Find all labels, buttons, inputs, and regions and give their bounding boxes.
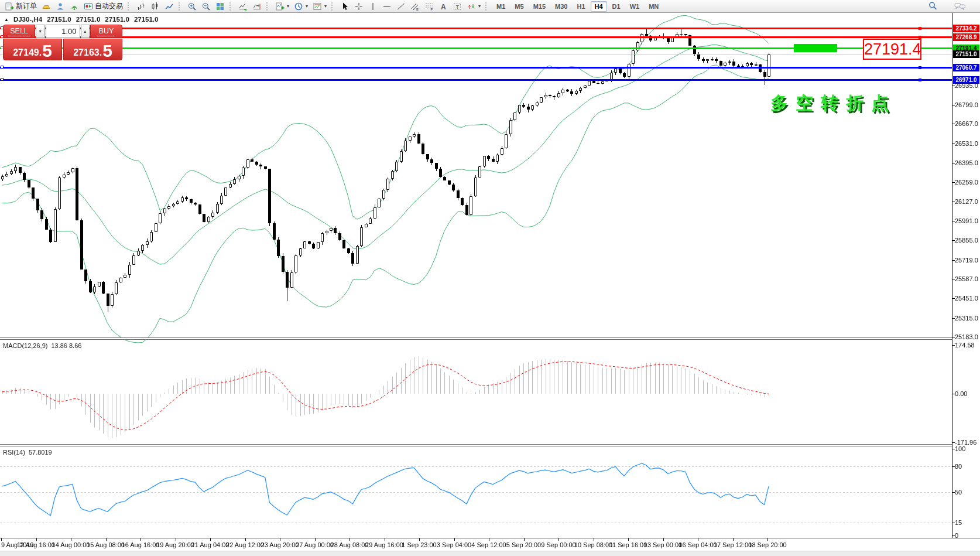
time-axis-label: 28 Aug 08:00 <box>331 541 369 548</box>
cursor-tool-button[interactable] <box>338 1 352 12</box>
new-order-icon <box>5 2 14 11</box>
line-chart-button[interactable] <box>162 1 176 12</box>
resistance-line-1[interactable] <box>0 28 952 29</box>
chart-canvas[interactable] <box>0 0 980 556</box>
turning-point-annotation[interactable]: 多空转折点 <box>770 91 896 115</box>
ohlc-high: 27151.0 <box>76 16 101 23</box>
support-line-2[interactable] <box>0 79 952 81</box>
time-axis-label: 3 Sep 04:00 <box>437 541 471 548</box>
panel-separator[interactable] <box>0 444 952 446</box>
gold-button[interactable] <box>39 1 53 12</box>
fibonacci-icon: F <box>424 2 434 11</box>
timeframe-M1[interactable]: M1 <box>492 1 509 12</box>
timeframe-M5[interactable]: M5 <box>510 1 527 12</box>
zoom-in-button[interactable] <box>185 1 199 12</box>
equidistant-channel-icon: E <box>410 2 420 11</box>
svg-text:A: A <box>441 2 446 11</box>
panel-toggle-icon[interactable]: ▲ <box>4 17 9 22</box>
templates-icon <box>313 2 322 11</box>
timeframe-M30[interactable]: M30 <box>551 1 571 12</box>
templates-button[interactable]: ▾ <box>310 1 329 12</box>
chat-button[interactable] <box>952 1 968 12</box>
time-axis-label: 10 Sep 08:00 <box>574 541 612 548</box>
volume-input[interactable] <box>46 25 80 38</box>
timeframe-D1[interactable]: D1 <box>608 1 625 12</box>
volume-increase-button[interactable]: ▲ <box>81 25 90 38</box>
support-line-1-tag: 27060.7 <box>953 64 979 71</box>
vertical-line-tool-button[interactable] <box>366 1 380 12</box>
toolbar-grip <box>229 2 234 11</box>
toolbar-grip <box>128 2 132 11</box>
fibonacci-tool-button[interactable]: F <box>422 1 436 12</box>
autotrading-button[interactable]: 自动交易 <box>81 1 125 12</box>
arrows-tool-button[interactable]: ▾ <box>464 1 483 12</box>
svg-text:T: T <box>456 4 460 9</box>
trade-panel-top-row: SELL ▼ ▲ BUY <box>3 25 122 38</box>
trendline-tool-button[interactable] <box>394 1 408 12</box>
price-annotation-box[interactable]: 27191.4 <box>863 39 921 60</box>
new-order-label: 新订单 <box>16 1 37 11</box>
dropdown-caret-icon: ▾ <box>478 4 481 9</box>
tile-windows-button[interactable] <box>213 1 227 12</box>
rsi-axis-tick: 100 <box>955 445 965 452</box>
panel-separator[interactable] <box>0 337 952 340</box>
text-label-tool-button[interactable]: T <box>450 1 464 12</box>
time-axis-label: 13 Sep 00:00 <box>644 541 682 548</box>
text-tool-button[interactable]: A <box>436 1 450 12</box>
timeframe-M15[interactable]: M15 <box>529 1 550 12</box>
macd-axis-tick: 174.58 <box>955 342 975 349</box>
new-order-button[interactable]: 新订单 <box>2 1 39 12</box>
rsi-axis-tick: 80 <box>955 463 962 470</box>
current-price-line[interactable] <box>0 54 952 54</box>
line-chart-icon <box>165 2 174 11</box>
time-axis-label: 22 Aug 12:00 <box>226 541 264 548</box>
sell-label: SELL <box>8 27 30 36</box>
buy-label: BUY <box>97 27 116 36</box>
trendline-icon <box>396 2 406 11</box>
cursor-icon <box>340 2 349 11</box>
time-axis-label: 1 Sep 23:00 <box>402 541 436 548</box>
horizontal-line-tool-button[interactable] <box>380 1 394 12</box>
time-axis-label: 11 Sep 16:00 <box>609 541 647 548</box>
time-axis-label: 14 Aug 00:00 <box>52 541 90 548</box>
line-anchor <box>919 27 921 30</box>
window-bottom-strip <box>0 551 980 556</box>
community-button[interactable] <box>53 1 67 12</box>
sell-button[interactable]: SELL <box>3 25 35 38</box>
periods-button[interactable]: ▾ <box>292 1 310 12</box>
chat-icon <box>954 2 966 11</box>
timeframe-H4[interactable]: H4 <box>591 1 607 12</box>
rsi-axis-tick: 15 <box>955 519 962 526</box>
macd-axis-tick: 0.00 <box>955 390 967 397</box>
price-axis-tick: 25183.0 <box>955 333 978 340</box>
mt4-window: 新订单 自动交易 <box>0 0 980 556</box>
chart-shift-button[interactable] <box>250 1 264 12</box>
search-button[interactable] <box>926 1 940 12</box>
bar-chart-button[interactable] <box>134 1 148 12</box>
sell-price-big-digit: 5 <box>42 43 52 59</box>
axis-separator <box>952 13 952 538</box>
sell-price[interactable]: 27149. 5 <box>3 39 62 60</box>
auto-scroll-button[interactable] <box>236 1 250 12</box>
resistance-line-2[interactable] <box>0 36 952 38</box>
timeframe-W1[interactable]: W1 <box>626 1 644 12</box>
indicators-button[interactable]: ▾ <box>273 1 292 12</box>
crosshair-tool-button[interactable] <box>352 1 366 12</box>
buy-price[interactable]: 27163. 5 <box>63 39 122 60</box>
line-anchor <box>919 66 921 69</box>
equidistant-channel-tool-button[interactable]: E <box>408 1 422 12</box>
support-line-1[interactable] <box>0 67 952 69</box>
timeframe-H1[interactable]: H1 <box>573 1 589 12</box>
user-profile-icon <box>56 2 65 11</box>
candlestick-chart-button[interactable] <box>148 1 162 12</box>
highlight-rectangle[interactable] <box>794 44 837 52</box>
timeframe-MN[interactable]: MN <box>645 1 663 12</box>
svg-text:F: F <box>431 8 433 11</box>
zoom-out-button[interactable] <box>199 1 213 12</box>
line-handle[interactable] <box>1 66 4 69</box>
volume-decrease-button[interactable]: ▼ <box>36 25 45 38</box>
buy-button[interactable]: BUY <box>90 25 122 38</box>
signals-button[interactable] <box>67 1 81 12</box>
line-handle[interactable] <box>1 78 4 81</box>
dropdown-caret-icon: ▾ <box>306 4 308 9</box>
